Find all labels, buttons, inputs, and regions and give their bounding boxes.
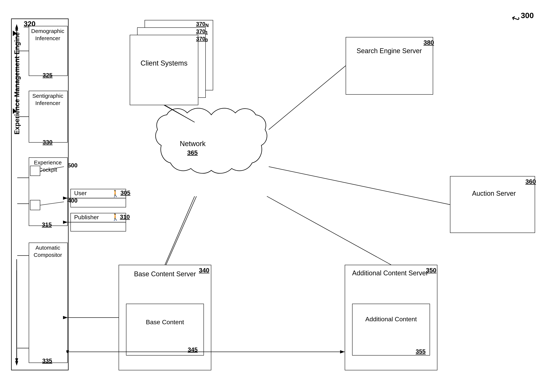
demographic-label: Demographic Inferencer <box>30 27 66 42</box>
sentigraphic-number: 330 <box>43 139 53 146</box>
auction-server-label: Auction Server <box>454 189 534 198</box>
user-number: 305 <box>120 189 130 196</box>
publisher-number: 310 <box>120 213 130 220</box>
auction-server-box <box>450 176 535 233</box>
auction-server-number: 360 <box>525 178 536 185</box>
cockpit-square-top <box>30 166 40 176</box>
publisher-label: Publisher <box>74 214 99 221</box>
additional-content-server-label: Additional Content Server <box>348 269 433 278</box>
network-cloud <box>154 104 269 196</box>
demographic-number: 325 <box>43 72 53 79</box>
cockpit-square-bottom <box>30 200 40 210</box>
svg-line-27 <box>267 196 391 265</box>
client-370n-label: 370N <box>196 21 209 28</box>
callout-400: 400 <box>68 197 77 204</box>
client-systems-label: Client Systems <box>135 59 193 67</box>
figure-arrow-icon: ↩ <box>510 12 522 25</box>
base-content-label: Base Content <box>130 318 200 326</box>
search-engine-server-label: Search Engine Server <box>348 46 430 56</box>
user-person-icon: 🚶 <box>111 190 120 198</box>
search-engine-server-box <box>346 37 433 95</box>
svg-line-24 <box>269 66 346 130</box>
publisher-person-icon: 🚶 <box>111 213 120 221</box>
compositor-box <box>29 242 68 363</box>
additional-content-box <box>352 304 430 355</box>
additional-content-label: Additional Content <box>354 315 428 324</box>
search-engine-server-number: 380 <box>424 39 434 46</box>
network-label: Network <box>180 140 206 148</box>
callout-500: 500 <box>68 162 77 169</box>
figure-number: 300 <box>521 11 534 20</box>
eme-label: Experience Management Engine <box>13 32 21 135</box>
eme-label-container: Experience Management Engine <box>11 19 23 148</box>
client-3701-label: 3701 <box>196 28 208 36</box>
compositor-number: 335 <box>42 357 52 364</box>
additional-content-server-number: 350 <box>426 267 436 274</box>
client-box-front <box>130 35 198 105</box>
svg-line-25 <box>269 167 450 205</box>
network-number: 365 <box>187 149 198 156</box>
base-content-server-number: 340 <box>199 267 209 274</box>
base-content-number: 345 <box>188 346 198 353</box>
svg-line-34 <box>166 196 196 265</box>
svg-line-26 <box>165 196 195 265</box>
sentigraphic-label: Sentigraphic Inferencer <box>29 92 66 107</box>
client-3700-label: 3700 <box>196 36 208 43</box>
cockpit-number: 315 <box>42 221 52 228</box>
compositor-label: Automatic Compositor <box>29 244 66 258</box>
base-content-server-label: Base Content Server <box>122 269 208 279</box>
user-label: User <box>74 190 87 197</box>
diagram: ↩ 300 Experience Management Engine 320 D… <box>0 0 556 392</box>
additional-content-number: 355 <box>416 348 425 355</box>
